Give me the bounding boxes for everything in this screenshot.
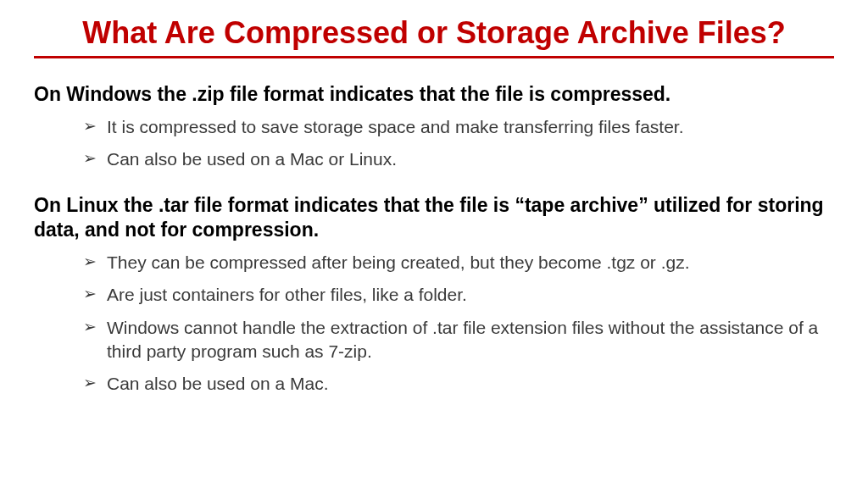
section-heading: On Linux the .tar file format indicates … [34, 193, 834, 242]
bullet-list: It is compressed to save storage space a… [34, 115, 834, 172]
list-item: It is compressed to save storage space a… [83, 115, 834, 139]
list-item: Are just containers for other files, lik… [83, 283, 834, 307]
list-item: They can be compressed after being creat… [83, 251, 834, 274]
list-item: Can also be used on a Mac. [83, 372, 834, 396]
list-item: Can also be used on a Mac or Linux. [83, 147, 834, 171]
list-item: Windows cannot handle the extraction of … [83, 316, 834, 364]
bullet-list: They can be compressed after being creat… [34, 251, 834, 396]
section-heading: On Windows the .zip file format indicate… [34, 82, 834, 107]
section-1: On Windows the .zip file format indicate… [34, 82, 834, 171]
slide-title: What Are Compressed or Storage Archive F… [34, 15, 834, 56]
slide: What Are Compressed or Storage Archive F… [0, 0, 868, 435]
section-2: On Linux the .tar file format indicates … [34, 193, 834, 396]
title-underline [34, 56, 834, 58]
